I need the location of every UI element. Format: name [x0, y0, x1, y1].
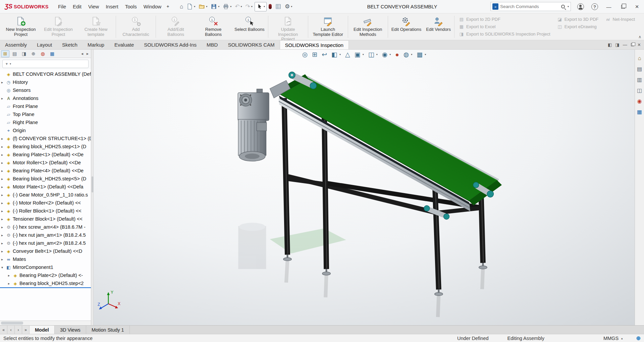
tree-item[interactable]: (-) hex nut jam_am<1> (B18.2.4.5: [0, 231, 91, 239]
menu-item[interactable]: File: [55, 2, 69, 11]
dimxpertmanager-tab[interactable]: ⊕: [29, 50, 38, 57]
menu-item[interactable]: Insert: [102, 2, 122, 11]
expand-arrow-icon[interactable]: [1, 97, 6, 100]
export-2d-pdf-button[interactable]: Export to 2D PDF: [459, 16, 550, 22]
command-tab[interactable]: Assembly: [0, 40, 32, 49]
update-inspection-project-button[interactable]: Update Inspection Project: [269, 14, 307, 39]
doc-restore-icon[interactable]: [631, 43, 634, 46]
open-button[interactable]: ▾: [197, 2, 209, 11]
model-view-tab[interactable]: 3D Views: [55, 326, 86, 334]
help-button[interactable]: ?: [588, 0, 602, 13]
hud-caret-icon[interactable]: ▾: [363, 53, 364, 56]
menu-pin-icon[interactable]: ✦: [166, 4, 170, 9]
apply-scene-icon[interactable]: ◍ ▾: [404, 51, 413, 58]
solidworks-resources-icon[interactable]: ⌂: [638, 56, 641, 61]
next-tab-button[interactable]: ›: [15, 326, 22, 334]
search-icon[interactable]: [561, 5, 565, 8]
tree-item[interactable]: Bearing Plate<2> (Default) <-: [0, 271, 91, 279]
view-palette-icon[interactable]: ◫: [637, 88, 642, 93]
save-button[interactable]: ▾: [209, 2, 221, 11]
launch-template-editor-button[interactable]: Launch Template Editor: [309, 14, 347, 39]
tree-item[interactable]: BELT CONVEYOR ASSEMBLY (Default: [0, 70, 91, 78]
tree-item[interactable]: Bearing Plate<1> (Default) <<De: [0, 151, 91, 159]
tree-item[interactable]: (-) Gear Motor_0.5HP_1_10 ratio.s: [0, 191, 91, 199]
zoom-area-icon[interactable]: ⊞ ▾: [312, 51, 317, 58]
tree-item[interactable]: Top Plane: [0, 110, 91, 118]
menu-item[interactable]: View: [85, 2, 102, 11]
close-button[interactable]: ×: [630, 0, 644, 13]
home-button[interactable]: ⌂: [178, 2, 184, 11]
panel-splitter[interactable]: [91, 50, 94, 325]
search-scope-icon[interactable]: »: [492, 3, 498, 10]
model-view-tab[interactable]: Model: [30, 326, 55, 334]
unit-system-selector[interactable]: MMGS ▴: [603, 336, 623, 341]
bom-table-button[interactable]: [274, 2, 283, 11]
section-view-icon[interactable]: ◧ ▾: [331, 51, 341, 58]
hud-caret-icon[interactable]: ▾: [376, 53, 378, 56]
add-characteristic-button[interactable]: 1 Add Characteristic: [117, 14, 155, 39]
new-inspection-project-button[interactable]: New Inspection Project: [2, 14, 40, 39]
panel-tabs-left-icon[interactable]: ◂: [80, 51, 85, 56]
expand-arrow-icon[interactable]: [1, 80, 6, 84]
pane-split-2-icon[interactable]: ◨: [615, 42, 619, 47]
previous-view-icon[interactable]: ↩ ▾: [322, 51, 327, 58]
first-tab-button[interactable]: «: [0, 326, 7, 334]
expand-arrow-icon[interactable]: [1, 266, 6, 269]
expand-arrow-icon[interactable]: [1, 185, 6, 189]
tree-item[interactable]: Tensioner Block<1> (Default) <<: [0, 215, 91, 223]
hud-caret-icon[interactable]: ▾: [389, 53, 391, 56]
graphics-viewport[interactable]: ◎ ▾ ⊞ ▾ ↩ ▾ ◧ ▾: [94, 50, 635, 325]
expand-arrow-icon[interactable]: [1, 233, 6, 237]
command-tab[interactable]: Evaluate: [109, 40, 139, 49]
print-caret-icon[interactable]: ▾: [230, 5, 231, 8]
command-tab[interactable]: Markup: [83, 40, 109, 49]
tree-item[interactable]: Origin: [0, 126, 91, 134]
net-inspect-button[interactable]: Net-Inspect: [605, 16, 635, 22]
tree-item[interactable]: (f) CONVEYOR STRUCTURE<1> (D: [0, 134, 91, 142]
tree-item[interactable]: MirrorComponent1: [0, 263, 91, 271]
tree-item[interactable]: Sensors: [0, 86, 91, 94]
expand-arrow-icon[interactable]: [1, 249, 6, 253]
view-orientation-icon[interactable]: ▣ ▾: [355, 51, 364, 58]
expand-arrow-icon[interactable]: [1, 145, 6, 149]
search-caret-icon[interactable]: ▾: [568, 5, 569, 8]
displaymanager-tab[interactable]: ◍: [39, 50, 47, 57]
expand-arrow-icon[interactable]: [8, 274, 12, 277]
menu-item[interactable]: Window: [140, 2, 165, 11]
tree-item[interactable]: Right Plane: [0, 118, 91, 126]
tree-item[interactable]: Mates: [0, 255, 91, 263]
redo-button[interactable]: ↷▾: [244, 2, 254, 11]
edit-inspection-project-button[interactable]: Edit Inspection Project: [40, 14, 77, 39]
open-caret-icon[interactable]: ▾: [206, 5, 207, 8]
appearances-scenes-icon[interactable]: ◉: [637, 99, 642, 104]
hide-show-items-icon[interactable]: ◉ ▾: [382, 51, 391, 58]
create-new-template-button[interactable]: Create New template: [77, 14, 115, 39]
remove-balloons-button[interactable]: 1 Remove Balloons: [195, 14, 232, 39]
expand-arrow-icon[interactable]: [1, 161, 6, 165]
red-capsule-tool-button[interactable]: [267, 2, 273, 11]
zoom-fit-icon[interactable]: ◎ ▾: [302, 51, 308, 58]
inspection-manager-tab[interactable]: ▦: [48, 50, 56, 57]
last-tab-button[interactable]: »: [22, 326, 30, 334]
menu-item[interactable]: Tools: [122, 2, 140, 11]
expand-arrow-icon[interactable]: [1, 217, 6, 221]
tree-item[interactable]: (-) Roller Bliock<1> (Default) <<: [0, 207, 91, 215]
view-settings-icon[interactable]: ▦ ▾: [417, 51, 426, 58]
dynamic-annotation-views-icon[interactable]: △ ▾: [345, 51, 350, 58]
tree-item[interactable]: Front Plane: [0, 102, 91, 110]
hud-caret-icon[interactable]: ▾: [411, 53, 412, 56]
expand-arrow-icon[interactable]: [1, 177, 6, 181]
conveyor-3d-model[interactable]: [94, 50, 635, 325]
command-tab[interactable]: SOLIDWORKS Inspection: [280, 40, 349, 49]
tree-item[interactable]: Conveyor Belt<1> (Default) <<D: [0, 247, 91, 255]
command-tab[interactable]: SOLIDWORKS CAM: [223, 40, 279, 49]
model-view-tab[interactable]: Motion Study 1: [86, 326, 130, 334]
command-tab[interactable]: SOLIDWORKS Add-Ins: [139, 40, 202, 49]
account-button[interactable]: [574, 0, 588, 13]
tree-item[interactable]: (-) hex nut jam_am<2> (B18.2.4.5: [0, 239, 91, 247]
expand-arrow-icon[interactable]: [1, 193, 6, 197]
undo-button[interactable]: ↶▾: [233, 2, 243, 11]
tree-item[interactable]: Bearing block_HDH25.step<1> (D: [0, 142, 91, 151]
export-excel-button[interactable]: Export to Excel: [459, 23, 550, 30]
design-library-icon[interactable]: ▤: [637, 66, 642, 72]
